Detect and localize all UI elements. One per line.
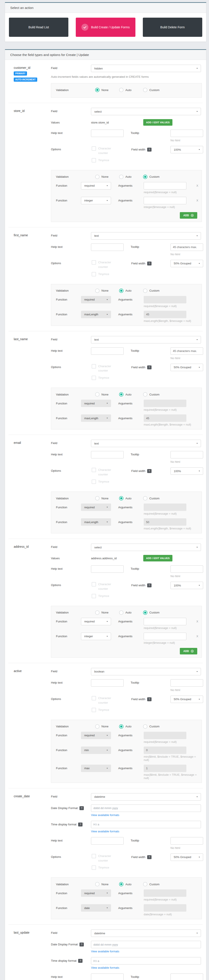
- help-badge-icon[interactable]: ?: [147, 855, 152, 859]
- function-select-required[interactable]: required▼: [81, 618, 111, 625]
- radio-none[interactable]: None: [95, 724, 119, 729]
- checkbox-character-counter[interactable]: Character counter: [92, 696, 131, 705]
- function-select-required[interactable]: required▼: [81, 503, 111, 511]
- radio-custom[interactable]: Custom: [143, 611, 167, 615]
- arguments-input[interactable]: [144, 732, 186, 739]
- checkbox-character-counter[interactable]: Character counter: [92, 582, 131, 591]
- field-width-select[interactable]: 50% Grouped▼: [171, 695, 203, 703]
- function-select-maxLength[interactable]: maxLength▼: [81, 414, 111, 422]
- function-select-date[interactable]: date▼: [81, 904, 111, 912]
- arguments-input[interactable]: [144, 182, 186, 189]
- field-type-select[interactable]: select▼: [91, 108, 201, 115]
- function-select-maxLength[interactable]: maxLength▼: [81, 311, 111, 318]
- add-edit-values-button[interactable]: ADD / EDIT VALUES: [143, 119, 173, 126]
- arguments-input[interactable]: [144, 197, 186, 204]
- arguments-input[interactable]: [144, 633, 186, 640]
- function-select-maxLength[interactable]: maxLength▼: [81, 518, 111, 526]
- radio-none[interactable]: None: [95, 392, 119, 396]
- date-display-format-input[interactable]: [91, 805, 201, 812]
- radio-auto[interactable]: Auto: [119, 496, 143, 500]
- arguments-input[interactable]: [144, 904, 186, 912]
- arguments-input[interactable]: [144, 618, 186, 625]
- checkbox-tinymce[interactable]: Tinymce: [92, 480, 131, 484]
- help-text-input[interactable]: [91, 130, 124, 137]
- field-type-select[interactable]: boolean▼: [91, 668, 201, 675]
- radio-auto[interactable]: Auto: [119, 611, 143, 615]
- tooltip-input[interactable]: [171, 565, 203, 573]
- tooltip-input[interactable]: [171, 451, 203, 458]
- arguments-input[interactable]: [144, 746, 186, 754]
- radio-none[interactable]: None: [95, 611, 119, 615]
- time-display-format-input[interactable]: [91, 957, 201, 964]
- arguments-input[interactable]: [144, 518, 186, 526]
- arguments-input[interactable]: [144, 889, 186, 897]
- help-badge-icon[interactable]: ?: [147, 148, 152, 151]
- arguments-input[interactable]: [144, 296, 186, 303]
- help-text-input[interactable]: [91, 243, 124, 251]
- arguments-input[interactable]: [144, 414, 186, 422]
- radio-auto[interactable]: Auto: [119, 175, 143, 179]
- radio-none[interactable]: None: [95, 175, 119, 179]
- radio-custom[interactable]: Custom: [143, 392, 167, 396]
- help-badge-icon[interactable]: ?: [147, 697, 152, 701]
- arguments-input[interactable]: [144, 399, 186, 407]
- checkbox-tinymce[interactable]: Tinymce: [92, 158, 131, 163]
- arguments-input[interactable]: [144, 311, 186, 318]
- help-badge-icon[interactable]: ?: [78, 822, 82, 826]
- function-select-required[interactable]: required▼: [81, 399, 111, 407]
- view-available-formats-link[interactable]: View available formats: [91, 830, 119, 833]
- checkbox-character-counter[interactable]: Character counter: [92, 260, 131, 269]
- radio-custom[interactable]: Custom: [143, 724, 167, 729]
- help-text-input[interactable]: [91, 347, 124, 355]
- field-width-select[interactable]: 100%▼: [171, 146, 203, 153]
- remove-function-button[interactable]: X: [196, 184, 198, 187]
- checkbox-tinymce[interactable]: Tinymce: [92, 594, 131, 598]
- field-width-select[interactable]: 50% Grouped▼: [171, 260, 203, 267]
- checkbox-character-counter[interactable]: Character counter: [92, 364, 131, 373]
- tooltip-input[interactable]: [171, 130, 203, 137]
- help-badge-icon[interactable]: ?: [79, 943, 84, 947]
- help-text-input[interactable]: [91, 679, 124, 687]
- help-text-input[interactable]: [91, 837, 124, 845]
- help-badge-icon[interactable]: ?: [79, 806, 84, 810]
- field-width-select[interactable]: 50% Grouped▼: [171, 853, 203, 861]
- tooltip-input[interactable]: [171, 679, 203, 687]
- checkbox-tinymce[interactable]: Tinymce: [92, 865, 131, 870]
- field-width-select[interactable]: 100%▼: [171, 467, 203, 475]
- field-type-select[interactable]: text▼: [91, 440, 201, 447]
- function-select-required[interactable]: required▼: [81, 296, 111, 303]
- radio-none[interactable]: None: [95, 882, 119, 886]
- field-type-select[interactable]: datetime▼: [91, 929, 201, 937]
- field-width-select[interactable]: 100%▼: [171, 582, 203, 589]
- function-select-max[interactable]: max▼: [81, 765, 111, 772]
- remove-function-button[interactable]: X: [196, 620, 198, 623]
- tooltip-input[interactable]: [171, 243, 203, 251]
- time-display-format-input[interactable]: [91, 821, 201, 828]
- checkbox-character-counter[interactable]: Character counter: [92, 854, 131, 863]
- function-select-integer[interactable]: integer▼: [81, 633, 111, 640]
- action-button-build-delete-form[interactable]: Build Delete Form: [143, 18, 202, 37]
- action-button-build-read-list[interactable]: Build Read List: [9, 18, 68, 37]
- add-function-button[interactable]: ADD: [180, 648, 197, 654]
- function-select-required[interactable]: required▼: [81, 182, 111, 189]
- function-select-required[interactable]: required▼: [81, 732, 111, 739]
- field-width-select[interactable]: 50% Grouped▼: [171, 364, 203, 371]
- radio-auto[interactable]: Auto: [119, 724, 143, 729]
- view-available-formats-link[interactable]: View available formats: [91, 950, 119, 953]
- checkbox-tinymce[interactable]: Tinymce: [92, 375, 131, 380]
- help-text-input[interactable]: [91, 974, 124, 980]
- arguments-input[interactable]: [144, 765, 186, 772]
- help-badge-icon[interactable]: ?: [147, 262, 152, 266]
- radio-none[interactable]: None: [95, 496, 119, 500]
- checkbox-character-counter[interactable]: Character counter: [92, 468, 131, 477]
- radio-custom[interactable]: Custom: [143, 882, 167, 886]
- function-select-min[interactable]: min▼: [81, 746, 111, 754]
- radio-custom[interactable]: Custom: [143, 175, 167, 179]
- radio-none[interactable]: None: [95, 88, 119, 92]
- remove-function-button[interactable]: X: [196, 199, 198, 202]
- help-badge-icon[interactable]: ?: [147, 469, 152, 473]
- help-text-input[interactable]: [91, 565, 124, 573]
- tooltip-input[interactable]: [171, 347, 203, 355]
- checkbox-tinymce[interactable]: Tinymce: [92, 708, 131, 712]
- view-available-formats-link[interactable]: View available formats: [91, 966, 119, 969]
